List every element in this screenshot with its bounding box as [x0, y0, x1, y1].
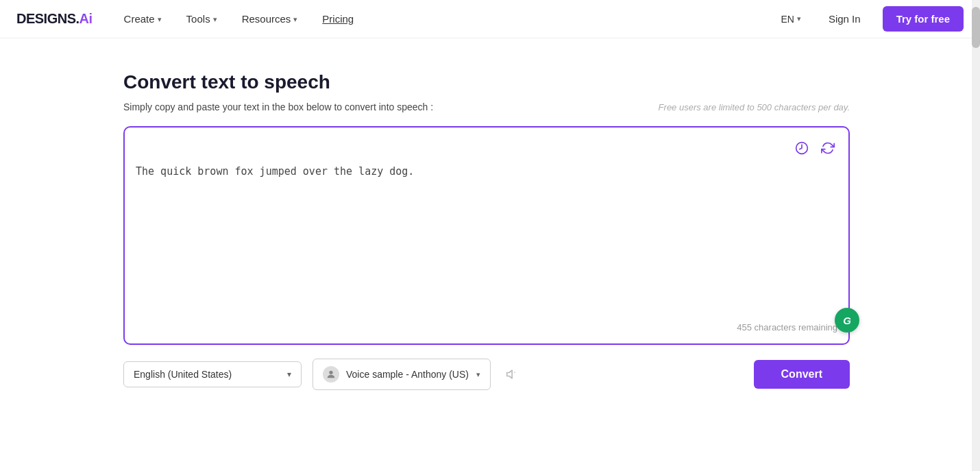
- nav-pricing[interactable]: Pricing: [313, 8, 363, 30]
- chevron-down-icon: ▾: [293, 15, 297, 24]
- chevron-down-icon: ▾: [213, 15, 217, 24]
- nav-links: Create ▾ Tools ▾ Resources ▾ Pricing: [114, 8, 776, 30]
- chevron-down-icon: ▾: [158, 15, 162, 24]
- nav-resources[interactable]: Resources ▾: [232, 8, 308, 30]
- nav-pricing-label: Pricing: [322, 13, 354, 25]
- voice-label: Voice sample - Anthony (US): [346, 369, 469, 380]
- scrollbar[interactable]: [972, 0, 980, 471]
- nav-resources-label: Resources: [242, 13, 291, 25]
- try-free-button[interactable]: Try for free: [883, 6, 964, 32]
- language-selector[interactable]: EN ▾: [775, 10, 806, 29]
- lang-label: EN: [781, 14, 794, 25]
- convert-button[interactable]: Convert: [754, 360, 850, 389]
- volume-icon[interactable]: [502, 363, 524, 385]
- grammarly-badge[interactable]: G: [835, 308, 859, 333]
- navbar: DESIGNS.Ai Create ▾ Tools ▾ Resources ▾ …: [0, 0, 980, 38]
- svg-point-1: [329, 371, 332, 374]
- subtitle-text: Simply copy and paste your text in the b…: [123, 101, 433, 112]
- page-title: Convert text to speech: [123, 71, 850, 93]
- nav-tools-label: Tools: [186, 13, 210, 25]
- nav-tools[interactable]: Tools ▾: [177, 8, 227, 30]
- chevron-down-icon: ▾: [287, 370, 291, 379]
- logo[interactable]: DESIGNS.Ai: [16, 11, 93, 27]
- svg-marker-2: [507, 370, 513, 378]
- controls-row: English (United States) ▾ Voice sample -…: [123, 359, 850, 390]
- char-count: 455 characters remaining: [136, 322, 837, 333]
- nav-right: EN ▾ Sign In Try for free: [775, 6, 964, 32]
- voice-dropdown[interactable]: Voice sample - Anthony (US) ▾: [313, 359, 491, 390]
- language-value: English (United States): [134, 369, 232, 380]
- text-area-icons: [136, 138, 837, 158]
- scrollbar-thumb[interactable]: [972, 7, 980, 48]
- logo-brand: DESIGNS.: [16, 11, 79, 26]
- logo-text: DESIGNS.Ai: [16, 11, 93, 27]
- grammarly-icon: G: [843, 315, 851, 326]
- reset-icon[interactable]: [792, 138, 811, 158]
- voice-avatar: [323, 366, 339, 383]
- chevron-down-icon: ▾: [797, 14, 801, 23]
- nav-create[interactable]: Create ▾: [114, 8, 171, 30]
- chevron-down-icon: ▾: [476, 370, 480, 379]
- text-area-container: 455 characters remaining G: [123, 126, 850, 345]
- refresh-icon[interactable]: [818, 138, 837, 158]
- main-content: Convert text to speech Simply copy and p…: [0, 38, 973, 418]
- sign-in-button[interactable]: Sign In: [818, 8, 872, 30]
- subtitle-row: Simply copy and paste your text in the b…: [123, 101, 850, 112]
- nav-create-label: Create: [124, 13, 155, 25]
- language-dropdown[interactable]: English (United States) ▾: [123, 361, 302, 387]
- limit-notice: Free users are limited to 500 characters…: [659, 102, 850, 112]
- text-input[interactable]: [136, 163, 837, 314]
- logo-ai: Ai: [79, 11, 93, 26]
